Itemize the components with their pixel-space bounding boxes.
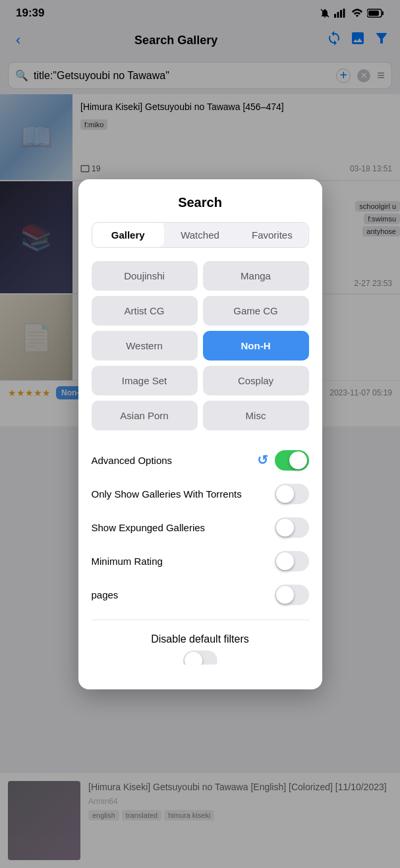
toggle-thumb [185, 652, 202, 670]
disable-filters-row[interactable]: Disable default filters [92, 628, 309, 645]
disable-filters-toggle[interactable] [183, 651, 217, 671]
divider [92, 620, 309, 620]
advanced-options-row: Advanced Options ↺ [92, 444, 309, 477]
partial-toggle-row [92, 651, 309, 671]
cat-image-set[interactable]: Image Set [92, 366, 198, 395]
modal-title: Search [92, 195, 309, 210]
cat-cosplay[interactable]: Cosplay [203, 366, 309, 395]
disable-filters-label: Disable default filters [151, 633, 249, 645]
modal-overlay[interactable]: Search Gallery Watched Favorites Doujins… [0, 0, 400, 868]
cat-doujinshi[interactable]: Doujinshi [92, 261, 198, 291]
torrents-option-row: Only Show Galleries With Torrents [92, 477, 309, 511]
pages-option-row: pages [92, 578, 309, 612]
toggle-thumb [276, 485, 294, 503]
cat-manga[interactable]: Manga [203, 261, 309, 291]
category-grid: Doujinshi Manga Artist CG Game CG Wester… [92, 261, 309, 430]
advanced-options-toggle[interactable] [275, 450, 309, 471]
cat-misc[interactable]: Misc [203, 401, 309, 430]
tab-watched[interactable]: Watched [164, 223, 236, 247]
tab-gallery[interactable]: Gallery [92, 223, 164, 247]
min-rating-toggle[interactable] [275, 551, 309, 571]
pages-toggle[interactable] [275, 585, 309, 605]
tab-bar: Gallery Watched Favorites [92, 222, 309, 248]
advanced-options-label: Advanced Options [92, 455, 257, 466]
option-actions: ↺ [257, 450, 309, 471]
tab-favorites[interactable]: Favorites [236, 223, 308, 247]
expunged-toggle[interactable] [275, 517, 309, 538]
cat-game-cg[interactable]: Game CG [203, 296, 309, 326]
cat-non-h[interactable]: Non-H [203, 331, 309, 361]
expunged-option-row: Show Expunged Galleries [92, 511, 309, 544]
toggle-thumb [276, 552, 294, 570]
toggle-thumb [289, 451, 307, 469]
pages-label: pages [92, 589, 275, 600]
min-rating-option-row: Minimum Rating [92, 544, 309, 578]
toggle-thumb [276, 519, 294, 536]
search-modal: Search Gallery Watched Favorites Doujins… [78, 179, 322, 689]
expunged-label: Show Expunged Galleries [92, 522, 275, 533]
cat-artist-cg[interactable]: Artist CG [92, 296, 198, 326]
torrents-toggle[interactable] [275, 484, 309, 504]
reset-button[interactable]: ↺ [257, 452, 268, 468]
cat-asian-porn[interactable]: Asian Porn [92, 401, 198, 430]
min-rating-label: Minimum Rating [92, 556, 275, 567]
cat-western[interactable]: Western [92, 331, 198, 361]
torrents-label: Only Show Galleries With Torrents [92, 488, 275, 500]
toggle-thumb [276, 586, 294, 604]
